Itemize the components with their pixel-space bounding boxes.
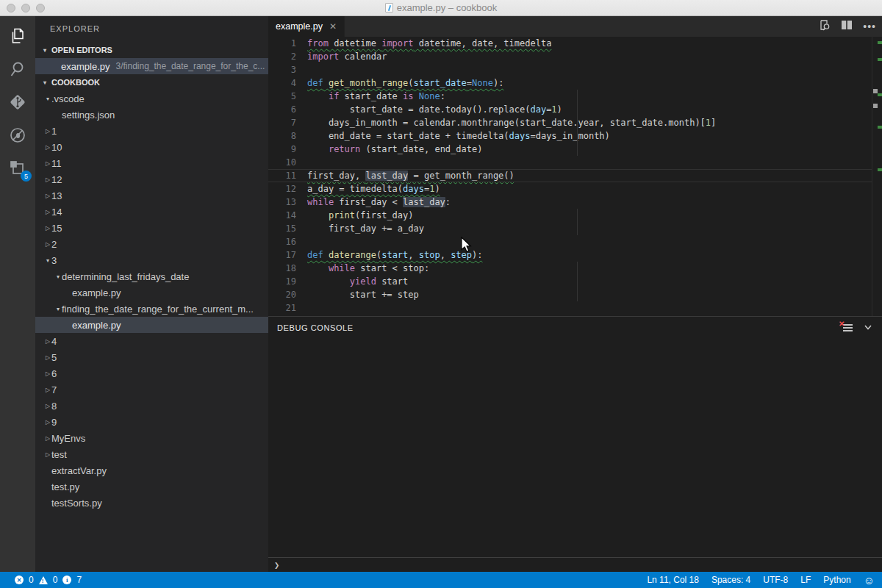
error-count[interactable]: 0 (29, 575, 34, 585)
errors-icon[interactable]: ✕ (15, 576, 24, 584)
line-number[interactable]: 1 (268, 37, 302, 50)
tree-item[interactable]: ▷4 (35, 333, 268, 349)
tree-item-label: testSorts.py (51, 498, 102, 509)
line-number[interactable]: 14 (268, 209, 302, 222)
warnings-icon[interactable] (39, 576, 48, 584)
tree-item[interactable]: ▷test (35, 446, 268, 462)
line-number[interactable]: 6 (268, 103, 302, 116)
chevron-collapsed-icon: ▷ (44, 387, 51, 393)
window-title-area: example.py – cookbook (0, 2, 882, 13)
line-number[interactable]: 2 (268, 50, 302, 63)
overview-ruler[interactable] (872, 37, 882, 316)
open-preview-button[interactable] (819, 19, 831, 34)
vscode-window: example.py – cookbook (0, 0, 882, 588)
info-icon[interactable]: i (62, 576, 71, 584)
code-line-text: from datetime import datetime, date, tim… (307, 37, 551, 50)
chevron-expanded-icon: ▾ (54, 273, 62, 280)
tree-item[interactable]: test.py (35, 478, 268, 495)
activity-explorer-button[interactable] (8, 26, 27, 46)
line-number[interactable]: 9 (268, 143, 302, 156)
tree-item[interactable]: settings.json (35, 107, 268, 123)
warning-count[interactable]: 0 (53, 575, 58, 585)
chevron-expanded-icon: ▾ (41, 47, 49, 54)
tree-item[interactable]: ▷13 (35, 187, 268, 204)
close-tab-icon[interactable]: ✕ (329, 21, 337, 32)
open-editors-header[interactable]: ▾ OPEN EDITORS (35, 42, 268, 58)
info-count[interactable]: 7 (76, 575, 82, 585)
line-number[interactable]: 12 (268, 182, 302, 196)
tree-item[interactable]: testSorts.py (35, 495, 268, 511)
code-line: 5 if start_date is None: (268, 90, 882, 103)
code-line: 3 (268, 63, 882, 76)
tree-item-label: MyEnvs (51, 433, 85, 444)
line-number[interactable]: 21 (268, 301, 302, 315)
chevron-collapsed-icon: ▷ (44, 241, 51, 248)
tree-item[interactable]: ▷12 (35, 171, 268, 187)
tree-item[interactable]: ▷MyEnvs (35, 430, 268, 446)
tree-item[interactable]: ▷9 (35, 414, 268, 430)
activity-source-control-button[interactable] (8, 93, 27, 112)
more-actions-button[interactable]: ••• (863, 21, 876, 32)
line-number[interactable]: 13 (268, 196, 302, 209)
tree-item[interactable]: ▾.vscode (35, 90, 268, 107)
status-item[interactable]: Spaces: 4 (711, 575, 750, 585)
status-item[interactable]: UTF-8 (763, 575, 788, 585)
line-number[interactable]: 16 (268, 235, 302, 248)
tree-item[interactable]: ▷6 (35, 365, 268, 381)
status-item[interactable]: LF (800, 575, 811, 585)
chevron-collapsed-icon: ▷ (44, 128, 51, 135)
tree-item[interactable]: ▷7 (35, 381, 268, 398)
panel-tab-debug-console[interactable]: DEBUG CONSOLE (277, 323, 354, 332)
line-number[interactable]: 3 (268, 63, 302, 76)
tree-item[interactable]: extractVar.py (35, 462, 268, 478)
activity-debug-button[interactable] (8, 126, 27, 145)
tree-item[interactable]: ▷11 (35, 155, 268, 171)
search-icon (8, 60, 27, 79)
tree-item[interactable]: example.py (35, 317, 268, 333)
clear-console-icon[interactable]: ✕ (842, 323, 853, 332)
code-line: 19 yield start (268, 275, 882, 288)
activity-extensions-button[interactable]: 5 (8, 159, 27, 178)
line-number[interactable]: 8 (268, 129, 302, 143)
tree-item[interactable]: ▾3 (35, 252, 268, 268)
debug-console-input[interactable]: ❯ (268, 557, 882, 572)
line-number[interactable]: 15 (268, 222, 302, 235)
activity-search-button[interactable] (8, 60, 27, 79)
tree-item[interactable]: ▷14 (35, 204, 268, 220)
code-line-text: days_in_month = calendar.monthrange(star… (307, 116, 716, 129)
line-number[interactable]: 4 (268, 76, 302, 90)
status-item[interactable]: Ln 11, Col 18 (647, 575, 699, 585)
line-number[interactable]: 19 (268, 275, 302, 288)
line-number[interactable]: 7 (268, 116, 302, 129)
line-number[interactable]: 5 (268, 90, 302, 103)
feedback-smiley-icon[interactable]: ☺ (864, 575, 875, 586)
open-editor-item[interactable]: example.py 3/finding_the_date_range_for_… (35, 58, 268, 74)
tree-item[interactable]: ▾determining_last_fridays_date (35, 268, 268, 284)
indent-guide (577, 209, 578, 235)
code-line: 13while first_day < last_day: (268, 196, 882, 209)
line-number[interactable]: 18 (268, 262, 302, 275)
tree-item[interactable]: ▷5 (35, 349, 268, 365)
line-number[interactable]: 10 (268, 156, 302, 169)
tree-item[interactable]: example.py (35, 284, 268, 301)
collapse-panel-icon[interactable] (863, 321, 873, 334)
tree-item[interactable]: ▷10 (35, 139, 268, 155)
tree-item[interactable]: ▷8 (35, 398, 268, 414)
tree-item[interactable]: ▷1 (35, 123, 268, 139)
code-line-text: start += step (307, 288, 419, 301)
tab-example-py[interactable]: example.py ✕ (268, 16, 345, 37)
line-number[interactable]: 20 (268, 288, 302, 301)
code-editor[interactable]: 1from datetime import datetime, date, ti… (268, 37, 882, 316)
tree-item-label: 1 (51, 126, 57, 137)
code-line-text: def daterange(start, stop, step): (307, 248, 482, 262)
split-editor-button[interactable] (841, 20, 853, 33)
open-editor-description: 3/finding_the_date_range_for_the_c... (115, 61, 265, 71)
status-item[interactable]: Python (823, 575, 850, 585)
files-icon (8, 26, 27, 46)
tree-item[interactable]: ▷15 (35, 220, 268, 236)
line-number[interactable]: 17 (268, 248, 302, 262)
tree-item[interactable]: ▾finding_the_date_range_for_the_current_… (35, 301, 268, 317)
line-number[interactable]: 11 (268, 169, 302, 182)
folder-section-header[interactable]: ▾ COOKBOOK (35, 74, 268, 90)
tree-item[interactable]: ▷2 (35, 236, 268, 252)
